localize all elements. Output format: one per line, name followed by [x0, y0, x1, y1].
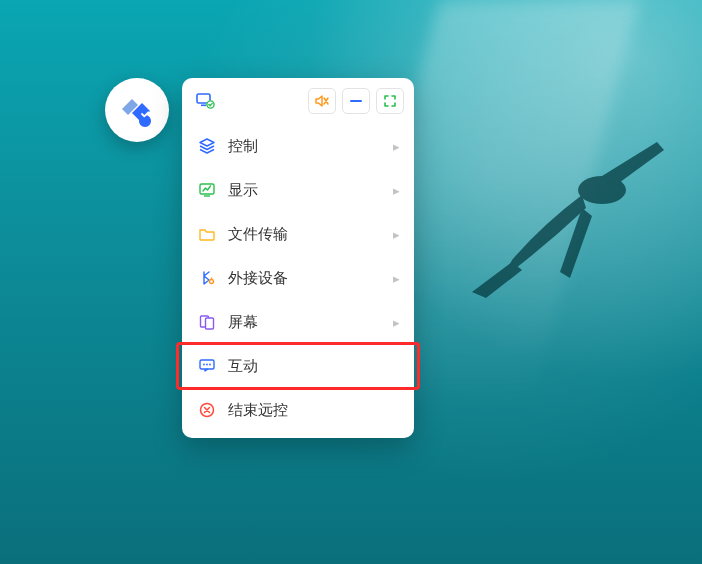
menu-item-label: 互动 [228, 357, 400, 376]
minimize-icon [348, 93, 364, 109]
menu-item-label: 显示 [228, 181, 381, 200]
chevron-right-icon: ▸ [393, 139, 400, 154]
multi-screen-icon [198, 313, 216, 331]
fullscreen-brackets-icon [382, 93, 398, 109]
mute-button[interactable] [308, 88, 336, 114]
svg-point-0 [578, 176, 626, 204]
menu-item-screen[interactable]: 屏幕 ▸ [182, 300, 414, 344]
minimize-button[interactable] [342, 88, 370, 114]
app-logo-icon [118, 91, 156, 129]
menu-item-label: 结束远控 [228, 401, 400, 420]
chevron-right-icon: ▸ [393, 315, 400, 330]
panel-topbar [182, 88, 414, 124]
menu-item-peripherals[interactable]: 外接设备 ▸ [182, 256, 414, 300]
menu-item-end-session[interactable]: 结束远控 [182, 388, 414, 432]
svg-rect-2 [201, 105, 206, 107]
folder-icon [198, 225, 216, 243]
layers-icon [198, 137, 216, 155]
svg-point-13 [203, 364, 205, 366]
app-badge [105, 78, 169, 142]
svg-rect-11 [206, 318, 214, 329]
speaker-mute-icon [314, 93, 330, 109]
menu-item-label: 文件传输 [228, 225, 381, 244]
svg-point-8 [210, 280, 214, 284]
menu-item-label: 屏幕 [228, 313, 381, 332]
desktop-background: 控制 ▸ 显示 ▸ 文件传输 ▸ [0, 0, 702, 564]
chevron-right-icon: ▸ [393, 227, 400, 242]
close-circle-icon [198, 401, 216, 419]
bluetooth-peripheral-icon [198, 269, 216, 287]
menu-item-interact[interactable]: 互动 [182, 344, 414, 388]
menu-item-display[interactable]: 显示 ▸ [182, 168, 414, 212]
monitor-connected-icon [194, 90, 216, 112]
fullscreen-button[interactable] [376, 88, 404, 114]
menu-item-control[interactable]: 控制 ▸ [182, 124, 414, 168]
chevron-right-icon: ▸ [393, 183, 400, 198]
diver-silhouette [452, 130, 672, 300]
chevron-right-icon: ▸ [393, 271, 400, 286]
menu-list: 控制 ▸ 显示 ▸ 文件传输 ▸ [182, 124, 414, 432]
monitor-chart-icon [198, 181, 216, 199]
chat-monitor-icon [198, 357, 216, 375]
menu-item-label: 控制 [228, 137, 381, 156]
menu-item-label: 外接设备 [228, 269, 381, 288]
svg-point-15 [209, 364, 211, 366]
svg-point-14 [206, 364, 208, 366]
menu-item-file-transfer[interactable]: 文件传输 ▸ [182, 212, 414, 256]
session-control-panel: 控制 ▸ 显示 ▸ 文件传输 ▸ [182, 78, 414, 438]
